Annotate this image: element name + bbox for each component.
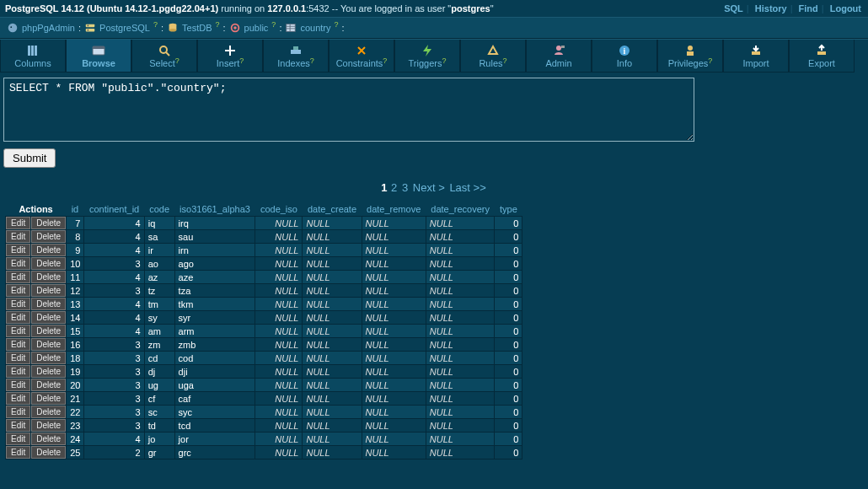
tab-indexes[interactable]: Indexes? <box>263 40 329 73</box>
edit-button[interactable]: Edit <box>6 284 30 297</box>
help-icon[interactable]: ? <box>271 20 276 29</box>
delete-button[interactable]: Delete <box>31 433 66 445</box>
delete-button[interactable]: Delete <box>31 244 66 256</box>
edit-button[interactable]: Edit <box>6 365 30 378</box>
pager-2[interactable]: 2 <box>391 181 397 194</box>
tab-label: Privileges <box>668 58 709 68</box>
delete-button[interactable]: Delete <box>31 379 66 391</box>
edit-button[interactable]: Edit <box>6 298 30 310</box>
col-code_iso[interactable]: code_iso <box>260 204 297 214</box>
delete-button[interactable]: Delete <box>31 338 66 351</box>
delete-button[interactable]: Delete <box>31 284 66 297</box>
delete-button[interactable]: Delete <box>31 311 66 324</box>
delete-button[interactable]: Delete <box>31 217 66 229</box>
help-icon[interactable]: ? <box>310 56 314 65</box>
delete-button[interactable]: Delete <box>31 406 66 418</box>
delete-button[interactable]: Delete <box>31 419 66 432</box>
edit-button[interactable]: Edit <box>6 230 30 243</box>
edit-button[interactable]: Edit <box>6 325 30 337</box>
cell: NULL <box>303 298 362 311</box>
tab-export[interactable]: Export <box>789 40 855 73</box>
delete-button[interactable]: Delete <box>31 446 66 459</box>
edit-button[interactable]: Edit <box>6 352 30 364</box>
find-link[interactable]: Find <box>799 3 818 13</box>
delete-button[interactable]: Delete <box>31 352 66 364</box>
col-date_remove[interactable]: date_remove <box>367 204 421 214</box>
tab-browse[interactable]: Browse <box>66 40 131 73</box>
sql-link[interactable]: SQL <box>724 3 743 13</box>
col-date_create[interactable]: date_create <box>308 204 356 214</box>
delete-button[interactable]: Delete <box>31 298 66 310</box>
tab-rules[interactable]: Rules? <box>460 40 526 73</box>
col-iso31661_alpha3[interactable]: iso31661_alpha3 <box>179 204 250 214</box>
breadcrumb-link[interactable]: country <box>300 23 330 33</box>
tab-select[interactable]: Select? <box>131 40 197 73</box>
submit-button[interactable]: Submit <box>3 148 56 168</box>
col-type[interactable]: type <box>500 204 517 214</box>
cell: NULL <box>303 338 362 352</box>
cell: NULL <box>255 325 303 338</box>
help-icon[interactable]: ? <box>239 56 244 65</box>
edit-button[interactable]: Edit <box>6 406 30 418</box>
tab-columns[interactable]: Columns <box>0 40 66 73</box>
col-id[interactable]: id <box>72 204 79 214</box>
plus-icon <box>222 45 238 56</box>
delete-button[interactable]: Delete <box>31 325 66 337</box>
edit-button[interactable]: Edit <box>6 392 30 405</box>
svg-point-26 <box>556 46 561 51</box>
col-continent_id[interactable]: continent_id <box>89 204 139 214</box>
server-icon <box>84 22 96 34</box>
tab-label: Admin <box>545 58 571 68</box>
history-link[interactable]: History <box>755 3 787 13</box>
help-icon[interactable]: ? <box>335 20 339 29</box>
edit-button[interactable]: Edit <box>6 446 30 459</box>
pager-next[interactable]: Next > <box>413 181 445 194</box>
tab-admin[interactable]: Admin <box>526 40 592 73</box>
col-actions: Actions <box>6 202 67 217</box>
cell: am <box>144 325 174 338</box>
edit-button[interactable]: Edit <box>6 338 30 351</box>
edit-button[interactable]: Edit <box>6 217 30 229</box>
delete-button[interactable]: Delete <box>31 257 66 270</box>
tab-import[interactable]: Import <box>723 40 789 73</box>
tab-info[interactable]: iInfo <box>592 40 657 73</box>
edit-button[interactable]: Edit <box>6 419 30 432</box>
cell: cod <box>174 352 255 365</box>
help-icon[interactable]: ? <box>503 56 507 65</box>
edit-button[interactable]: Edit <box>6 311 30 324</box>
delete-button[interactable]: Delete <box>31 271 66 283</box>
help-icon[interactable]: ? <box>153 20 158 29</box>
help-icon[interactable]: ? <box>216 20 220 29</box>
pager-3[interactable]: 3 <box>402 181 408 194</box>
help-icon[interactable]: ? <box>383 56 387 65</box>
edit-button[interactable]: Edit <box>6 379 30 391</box>
pager-last[interactable]: Last >> <box>449 181 485 194</box>
tab-constraints[interactable]: Constraints? <box>329 40 394 73</box>
breadcrumb-link[interactable]: phpPgAdmin <box>22 23 75 33</box>
breadcrumb-link[interactable]: TestDB <box>182 23 212 33</box>
edit-button[interactable]: Edit <box>6 433 30 445</box>
edit-button[interactable]: Edit <box>6 271 30 283</box>
delete-button[interactable]: Delete <box>31 365 66 378</box>
tab-insert[interactable]: Insert? <box>197 40 263 73</box>
cell: 4 <box>84 230 144 244</box>
delete-button[interactable]: Delete <box>31 392 66 405</box>
cell: NULL <box>255 244 303 257</box>
edit-button[interactable]: Edit <box>6 257 30 270</box>
breadcrumb-link[interactable]: PostgreSQL <box>99 23 150 33</box>
col-code[interactable]: code <box>149 204 169 214</box>
help-icon[interactable]: ? <box>442 56 446 65</box>
delete-button[interactable]: Delete <box>31 230 66 243</box>
help-icon[interactable]: ? <box>708 56 712 65</box>
tab-privileges[interactable]: Privileges? <box>657 40 723 73</box>
sql-textarea[interactable] <box>3 78 694 142</box>
help-icon[interactable]: ? <box>175 56 179 65</box>
logout-link[interactable]: Logout <box>830 3 861 13</box>
col-date_recovery[interactable]: date_recovery <box>431 204 490 214</box>
tab-label: Import <box>742 58 769 68</box>
cell: 0 <box>495 433 522 446</box>
tab-triggers[interactable]: Triggers? <box>394 40 460 73</box>
breadcrumb-link[interactable]: public <box>244 23 269 33</box>
cell: 0 <box>495 419 522 433</box>
edit-button[interactable]: Edit <box>6 244 30 256</box>
